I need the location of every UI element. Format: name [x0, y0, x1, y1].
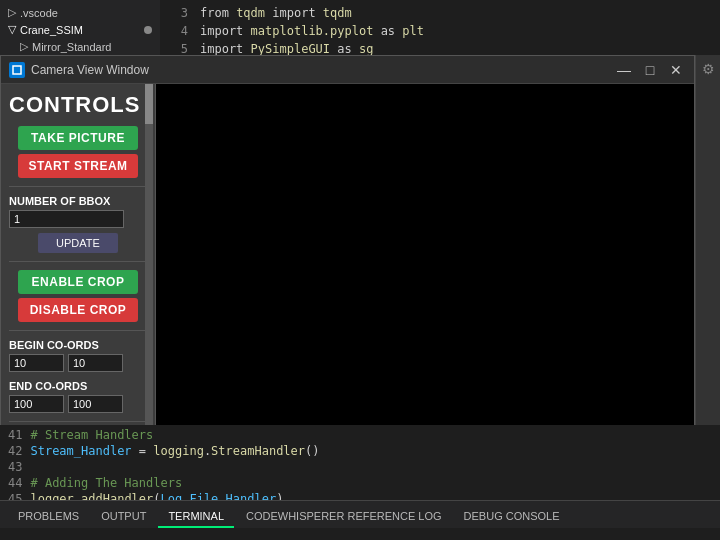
bottom-code-area: 41 # Stream Handlers 42 Stream_Handler =… — [0, 425, 720, 500]
folder-icon: ▷ — [8, 6, 16, 19]
right-icon-1[interactable]: ⚙ — [698, 59, 718, 79]
camera-view-area — [156, 84, 694, 459]
end-x-input[interactable] — [9, 395, 64, 413]
right-panel: ⚙ — [695, 55, 720, 485]
window-app-icon — [9, 62, 25, 78]
sidebar-item-crane[interactable]: ▽ Crane_SSIM — [0, 21, 160, 38]
start-stream-button[interactable]: START STREAM — [18, 154, 138, 178]
maximize-button[interactable]: □ — [640, 61, 660, 79]
end-coords-label: END CO-ORDS — [9, 380, 147, 392]
line-num-43: 43 — [0, 460, 30, 474]
sidebar-item-mirror-standard[interactable]: ▷ Mirror_Standard — [0, 38, 160, 55]
begin-y-input[interactable] — [68, 354, 123, 372]
begin-coords-row — [9, 354, 147, 372]
controls-panel: CONTROLS TAKE PICTURE START STREAM NUMBE… — [1, 84, 156, 459]
line-num-41: 41 — [0, 428, 30, 442]
bottom-area: 41 # Stream Handlers 42 Stream_Handler =… — [0, 425, 720, 540]
code-line-4: 4 import matplotlib.pyplot as plt — [168, 22, 712, 40]
code-editor-top: ▷ .vscode ▽ Crane_SSIM ▷ Mirror_Standard… — [0, 0, 720, 55]
camera-view-window: Camera View Window — □ ✕ CONTROLS TAKE P… — [0, 55, 695, 460]
end-y-input[interactable] — [68, 395, 123, 413]
folder-open-icon: ▽ — [8, 23, 16, 36]
minimize-button[interactable]: — — [614, 61, 634, 79]
scrollbar[interactable] — [145, 84, 153, 459]
code-area-top: 3 from tqdm import tqdm 4 import matplot… — [160, 0, 720, 55]
disable-crop-button[interactable]: DISABLE CROP — [18, 298, 138, 322]
sidebar-panel: ▷ .vscode ▽ Crane_SSIM ▷ Mirror_Standard… — [0, 0, 160, 55]
scroll-thumb[interactable] — [145, 84, 153, 124]
begin-x-input[interactable] — [9, 354, 64, 372]
bbox-input[interactable] — [9, 210, 124, 228]
code-line-41: 41 # Stream Handlers — [0, 427, 720, 443]
terminal-tabs: PROBLEMS OUTPUT TERMINAL CODEWHISPERER R… — [0, 500, 720, 528]
line-num-42: 42 — [0, 444, 30, 458]
begin-coords-label: BEGIN CO-ORDS — [9, 339, 147, 351]
tab-terminal[interactable]: TERMINAL — [158, 506, 234, 528]
bbox-label: NUMBER OF BBOX — [9, 195, 147, 207]
window-body: CONTROLS TAKE PICTURE START STREAM NUMBE… — [1, 84, 694, 459]
divider-2 — [9, 261, 147, 262]
line-num: 3 — [168, 4, 188, 22]
code-line-3: 3 from tqdm import tqdm — [168, 4, 712, 22]
update-button[interactable]: UPDATE — [38, 233, 118, 253]
controls-title: CONTROLS — [9, 92, 147, 118]
status-dot — [144, 26, 152, 34]
window-title: Camera View Window — [31, 63, 608, 77]
tab-codewhisperer[interactable]: CODEWHISPERER REFERENCE LOG — [236, 506, 452, 528]
code-line-42: 42 Stream_Handler = logging.StreamHandle… — [0, 443, 720, 459]
sidebar-item-vscode[interactable]: ▷ .vscode — [0, 4, 160, 21]
code-line-45: 45 logger.addHandler(Log_File_Handler) — [0, 491, 720, 500]
divider-1 — [9, 186, 147, 187]
folder-icon-2: ▷ — [20, 40, 28, 53]
window-titlebar: Camera View Window — □ ✕ — [1, 56, 694, 84]
enable-crop-button[interactable]: ENABLE CROP — [18, 270, 138, 294]
line-num: 4 — [168, 22, 188, 40]
svg-rect-0 — [9, 62, 25, 78]
tab-output[interactable]: OUTPUT — [91, 506, 156, 528]
tab-problems[interactable]: PROBLEMS — [8, 506, 89, 528]
tab-debug-console[interactable]: DEBUG CONSOLE — [454, 506, 570, 528]
take-picture-button[interactable]: TAKE PICTURE — [18, 126, 138, 150]
line-num-44: 44 — [0, 476, 30, 490]
coords-section: BEGIN CO-ORDS END CO-ORDS — [9, 339, 147, 413]
line-num-45: 45 — [0, 492, 30, 500]
end-coords-row — [9, 395, 147, 413]
divider-4 — [9, 421, 147, 422]
code-line-44: 44 # Adding The Handlers — [0, 475, 720, 491]
code-line-43: 43 — [0, 459, 720, 475]
close-button[interactable]: ✕ — [666, 61, 686, 79]
divider-3 — [9, 330, 147, 331]
